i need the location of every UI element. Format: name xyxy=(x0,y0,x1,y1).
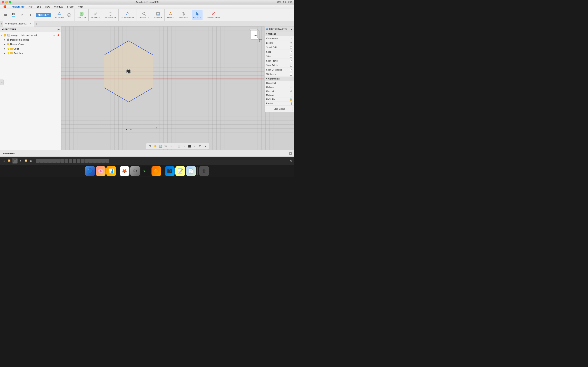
show-profile-row[interactable]: Show Profile ✓ xyxy=(265,59,294,63)
hexagon-shape[interactable] xyxy=(100,39,157,104)
save-button[interactable]: 💾 xyxy=(10,10,17,20)
timeline-item-1[interactable] xyxy=(36,159,40,163)
view-cube[interactable]: TOP X Z xyxy=(248,28,262,43)
redo-button[interactable]: ↪ xyxy=(26,10,34,20)
sketches-toggle[interactable]: ▶ xyxy=(4,52,6,54)
slice-row[interactable]: Slice xyxy=(265,54,294,59)
timeline-play-button[interactable]: ▶ xyxy=(18,159,23,163)
timeline-item-6[interactable] xyxy=(56,159,60,163)
zoom-dropdown[interactable]: ▾ xyxy=(169,144,173,149)
options-section-header[interactable]: ▼ Options xyxy=(265,32,294,36)
dock-fusion360[interactable]: 🔶 xyxy=(151,166,161,176)
snap-checkbox[interactable]: ✓ xyxy=(290,51,292,53)
midpoint-row[interactable]: Midpoint △ xyxy=(265,93,294,98)
undo-button[interactable]: ↩ xyxy=(18,10,25,20)
root-collapse-icon[interactable]: ▼ xyxy=(1,34,3,36)
dock-terminal[interactable]: >_ xyxy=(141,166,151,176)
timeline-prev-button[interactable]: ⏪ xyxy=(7,159,11,163)
section-dropdown[interactable]: ▾ xyxy=(192,144,197,149)
tab-hexagon[interactable]: ✏ hexagon ...ideo v1* ✕ xyxy=(3,21,34,26)
minimize-button[interactable] xyxy=(5,1,8,3)
timeline-settings-button[interactable]: ⚙ xyxy=(290,159,292,162)
section-view-button[interactable]: ⬛ xyxy=(187,144,192,149)
dock-appstore[interactable]: 🅰 xyxy=(165,166,174,176)
comments-add-button[interactable]: + xyxy=(289,152,292,155)
timeline-item-9[interactable] xyxy=(69,159,72,163)
constraints-section-header[interactable]: ▼ Constraints xyxy=(265,77,294,81)
grid-dropdown[interactable]: ▾ xyxy=(203,144,208,149)
dock-firefox[interactable]: 🦊 xyxy=(120,166,130,176)
new-tab-button[interactable]: + xyxy=(34,22,39,25)
named-views-toggle[interactable]: ▶ xyxy=(4,43,6,45)
root-pin-icon[interactable]: 📌 xyxy=(57,34,60,36)
timeline-item-7[interactable] xyxy=(61,159,64,163)
pan-fit-button[interactable]: ⊡ xyxy=(147,144,152,149)
timeline-item-14[interactable] xyxy=(89,159,93,163)
construct-button[interactable]: CONSTRUCT ▾ xyxy=(120,10,135,20)
browser-doc-settings[interactable]: ▶ Document Settings xyxy=(0,38,61,42)
timeline-item-4[interactable] xyxy=(48,159,52,163)
coincident-row[interactable]: Coincident ⊣ xyxy=(265,81,294,85)
timeline-item-10[interactable] xyxy=(73,159,76,163)
share-menu[interactable]: Share xyxy=(65,5,75,8)
addins-button[interactable]: ADD-INS ▾ xyxy=(178,10,189,20)
display-mode-dropdown[interactable]: ▾ xyxy=(182,144,187,149)
show-points-checkbox[interactable]: ✓ xyxy=(290,64,292,67)
show-constraints-checkbox[interactable]: ✓ xyxy=(290,69,292,71)
show-points-row[interactable]: Show Points ✓ xyxy=(265,63,294,68)
help-menu[interactable]: Help xyxy=(76,5,84,8)
dock-finder[interactable]: 🔵 xyxy=(85,166,95,176)
browser-named-views[interactable]: ▶ Named Views xyxy=(0,42,61,47)
root-visibility-icon[interactable]: 👁 xyxy=(53,34,55,36)
timeline-last-button[interactable]: ⏭ xyxy=(29,159,34,163)
browser-pin-button[interactable]: ▶ xyxy=(58,28,60,31)
sketch-grid-checkbox[interactable]: ✓ xyxy=(290,46,292,49)
sketch-grid-row[interactable]: Sketch Grid ✓ xyxy=(265,45,294,50)
dock-keynote[interactable]: 📊 xyxy=(106,166,116,176)
select-button[interactable]: SELECT ▾ xyxy=(192,10,203,20)
move-tool-icon[interactable]: ↔ xyxy=(0,81,3,84)
insert-button[interactable]: INSERT ▾ xyxy=(153,10,163,20)
canvas-area[interactable]: ◂ ▸ 10.00 TOP X Z xyxy=(61,26,294,150)
zoom-button[interactable]: 🔍 xyxy=(163,144,168,149)
make-button[interactable]: MAKE ▾ xyxy=(166,10,175,20)
dock-system-prefs[interactable]: ⚙ xyxy=(130,166,140,176)
file-menu[interactable]: File xyxy=(27,5,34,8)
parallel-row[interactable]: Parallel ∥ xyxy=(265,101,294,106)
timeline-item-12[interactable] xyxy=(81,159,85,163)
timeline-item-8[interactable] xyxy=(65,159,68,163)
timeline-item-16[interactable] xyxy=(97,159,101,163)
3d-sketch-row[interactable]: 3D Sketch xyxy=(265,72,294,77)
modify-button[interactable]: MODIFY ▾ xyxy=(90,10,101,20)
browser-sketches[interactable]: ▶ 💡 Sketches xyxy=(0,51,61,55)
stop-sketch-palette-button[interactable]: Stop Sketch xyxy=(266,107,293,111)
browser-toggle[interactable]: ◀ xyxy=(0,21,3,26)
show-profile-checkbox[interactable]: ✓ xyxy=(290,60,292,62)
dock-preview[interactable]: 📄 xyxy=(186,166,196,176)
apple-menu[interactable]: 🍎 xyxy=(2,5,8,8)
edit-menu[interactable]: Edit xyxy=(35,5,43,8)
construction-row[interactable]: Construction ◁ xyxy=(265,36,294,41)
timeline-next-button[interactable]: ⏩ xyxy=(24,159,28,163)
doc-settings-toggle[interactable]: ▶ xyxy=(4,39,6,41)
fusion-menu[interactable]: Fusion 360 xyxy=(10,5,26,8)
timeline-thumbnail[interactable] xyxy=(12,158,17,164)
inspect-button[interactable]: INSPECT ▾ xyxy=(138,10,150,20)
orbit-button[interactable]: 🔄 xyxy=(158,144,163,149)
origin-toggle[interactable]: ▶ xyxy=(4,48,6,50)
view-menu[interactable]: View xyxy=(43,5,52,8)
timeline-item-13[interactable] xyxy=(85,159,89,163)
3d-sketch-checkbox[interactable] xyxy=(290,73,292,76)
grid-icon-button[interactable]: ⊞ xyxy=(2,10,9,20)
timeline-first-button[interactable]: ⏮ xyxy=(2,159,6,163)
collinear-row[interactable]: Collinear ⚡ xyxy=(265,85,294,89)
dock-trash[interactable]: 🗑 xyxy=(199,166,209,176)
palette-expand-button[interactable]: ▶ xyxy=(291,28,292,30)
snap-row[interactable]: Snap ✓ xyxy=(265,50,294,54)
browser-root-item[interactable]: ▼ hexagon chain mail for vide... 👁 📌 xyxy=(0,33,61,38)
maximize-button[interactable] xyxy=(9,1,11,3)
window-controls[interactable] xyxy=(2,1,11,3)
timeline-item-2[interactable] xyxy=(40,159,44,163)
close-button[interactable] xyxy=(2,1,4,3)
timeline-item-18[interactable] xyxy=(105,159,109,163)
